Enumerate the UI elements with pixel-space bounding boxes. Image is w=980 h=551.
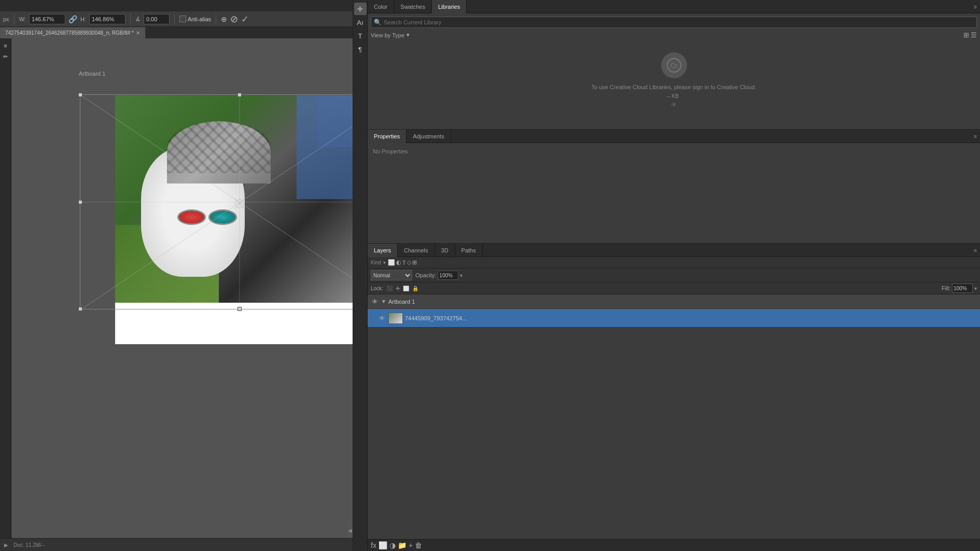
- fill-arrow[interactable]: ▾: [974, 286, 977, 291]
- opacity-input[interactable]: [438, 271, 458, 280]
- lock-pixels-icon[interactable]: ⬛: [386, 286, 393, 291]
- add-group-btn[interactable]: 📁: [398, 541, 407, 549]
- tool-text[interactable]: T: [354, 30, 367, 42]
- artboard1-chevron[interactable]: ▼: [381, 299, 386, 304]
- canvas-tool-2[interactable]: ✏: [1, 51, 11, 62]
- add-layer-btn[interactable]: +: [409, 541, 413, 549]
- tab-3d[interactable]: 3D: [435, 244, 455, 257]
- tool-artboard[interactable]: Aı: [354, 16, 367, 29]
- bottom-panels: Layers Channels 3D Paths ≡ Kind ▾: [368, 244, 980, 551]
- clone-icon[interactable]: ⊕: [221, 15, 227, 23]
- kind-pixel-icon[interactable]: ⬜: [388, 259, 395, 266]
- anti-alias-label[interactable]: Anti-alias: [179, 16, 211, 22]
- file-tab-name: 7427540391744_26462687785889930048_n, RG…: [5, 30, 134, 36]
- mid-panel-options-btn[interactable]: ≡: [971, 133, 980, 139]
- glass-right: [208, 209, 237, 225]
- panel-options-btn[interactable]: ≡: [971, 4, 980, 10]
- canvas-tool-1[interactable]: ≡: [1, 40, 11, 51]
- tab-channels[interactable]: Channels: [398, 244, 435, 257]
- list-view-btn[interactable]: ☰: [971, 31, 977, 39]
- blend-mode-select[interactable]: Normal: [371, 270, 412, 280]
- opacity-label: Opacity:: [415, 272, 436, 278]
- options-sep-2: [130, 14, 131, 24]
- layers-kind-icons: ⬜ ◐ T ◇ ⊞: [388, 259, 417, 266]
- width-input[interactable]: [29, 14, 65, 24]
- anti-alias-checkbox[interactable]: [179, 16, 186, 22]
- layers-panel: Kind ▾ ⬜ ◐ T ◇ ⊞ Normal: [368, 257, 980, 551]
- dog-layer-vis-icon[interactable]: 👁: [378, 314, 386, 322]
- handle-mid-left[interactable]: [78, 200, 82, 204]
- tool-move[interactable]: ✛: [354, 3, 367, 15]
- panel-collapse-btn[interactable]: ◀: [347, 522, 353, 538]
- angle-input[interactable]: [144, 14, 170, 24]
- kind-adjust-icon[interactable]: ◐: [396, 259, 401, 266]
- tab-adjustments[interactable]: Adjustments: [407, 130, 451, 143]
- glass-left: [177, 209, 206, 225]
- handle-top-left[interactable]: [78, 93, 82, 97]
- tab-libraries[interactable]: Libraries: [432, 0, 467, 13]
- tab-paths[interactable]: Paths: [455, 244, 483, 257]
- file-tab[interactable]: 7427540391744_26462687785889930048_n, RG…: [0, 27, 146, 38]
- library-search-wrap: 🔍: [371, 17, 977, 28]
- link-icon[interactable]: 🔗: [68, 15, 77, 23]
- lock-position-icon[interactable]: ✛: [396, 286, 400, 291]
- kind-shape-icon[interactable]: ◇: [407, 259, 411, 266]
- options-sep-3: [174, 14, 175, 24]
- libraries-panel: 🔍 View by Type ▾ ⊞ ☰: [368, 13, 980, 129]
- opacity-arrow[interactable]: ▾: [460, 273, 463, 278]
- no-properties-label: No Properties: [373, 148, 975, 154]
- confirm-transform-icon[interactable]: ✓: [241, 13, 249, 25]
- dog-photo-inner: [115, 95, 353, 303]
- panel-tabs-top: Color Swatches Libraries ≡: [368, 0, 980, 13]
- filter-kind-arrow: ▾: [383, 260, 386, 265]
- lock-all-icon[interactable]: 🔒: [412, 286, 418, 291]
- layer-item-dog[interactable]: 👁 74445909_793742754...: [368, 309, 980, 328]
- tool-paragraph[interactable]: ¶: [354, 43, 367, 55]
- panel-tabs-mid: Properties Adjustments ≡: [368, 130, 980, 143]
- properties-panel: No Properties: [368, 143, 980, 243]
- tab-bar: 7427540391744_26462687785889930048_n, RG…: [0, 27, 353, 38]
- lock-row: Lock: ⬛ ✛ ⬜ 🔒 Fill: ▾: [368, 282, 980, 294]
- file-tab-close[interactable]: ✕: [136, 30, 140, 36]
- cc-description: To use Creative Cloud Libraries, please …: [592, 83, 757, 91]
- add-style-btn[interactable]: fx: [371, 541, 376, 549]
- view-icon-group: ⊞ ☰: [963, 31, 977, 39]
- library-search-input[interactable]: [371, 17, 977, 28]
- status-expand[interactable]: ▶: [4, 542, 8, 548]
- grid-view-btn[interactable]: ⊞: [963, 31, 969, 39]
- add-mask-btn[interactable]: ⬜: [379, 541, 387, 549]
- canvas-area[interactable]: Artboard 1: [11, 38, 353, 538]
- layers-filter-toolbar: Kind ▾ ⬜ ◐ T ◇ ⊞: [368, 257, 980, 269]
- handle-bot-left[interactable]: [78, 307, 82, 311]
- lock-label: Lock:: [371, 286, 383, 291]
- tab-layers[interactable]: Layers: [368, 244, 398, 257]
- dog-thumb-inner: [389, 313, 402, 323]
- options-sep-4: [216, 14, 216, 24]
- kind-text-icon[interactable]: T: [402, 260, 406, 266]
- kind-smart-icon[interactable]: ⊞: [412, 259, 417, 266]
- fill-row: Fill: ▾: [942, 284, 977, 293]
- add-adjustment-btn[interactable]: ◑: [389, 541, 396, 549]
- artboard-label: Artboard 1: [79, 70, 105, 77]
- dog-photo: [115, 95, 353, 303]
- bot-panel-options-btn[interactable]: ≡: [971, 247, 980, 253]
- lock-artboard-icon[interactable]: ⬜: [403, 286, 409, 291]
- layers-list: 👁 ▼ Artboard 1 👁 74445909_793742754...: [368, 294, 980, 539]
- layer-group-artboard1[interactable]: 👁 ▼ Artboard 1: [368, 294, 980, 309]
- tab-properties[interactable]: Properties: [368, 130, 407, 143]
- view-type-selector[interactable]: View by Type ▾: [371, 32, 410, 38]
- panel-tabs-bot: Layers Channels 3D Paths ≡: [368, 244, 980, 257]
- artboard1-vis-icon[interactable]: 👁: [371, 298, 379, 306]
- photo-blue-cloth: [297, 95, 353, 199]
- delete-layer-btn[interactable]: 🗑: [415, 541, 422, 549]
- eye-icon: 👁: [671, 101, 677, 108]
- fill-input[interactable]: [952, 284, 973, 293]
- tab-color[interactable]: Color: [368, 0, 394, 13]
- library-search-icon: 🔍: [374, 19, 382, 26]
- cancel-transform-icon[interactable]: ⊘: [230, 13, 238, 25]
- cc-logo-svg: Cc: [666, 58, 682, 73]
- tab-swatches[interactable]: Swatches: [394, 0, 432, 13]
- fill-label: Fill:: [942, 285, 950, 291]
- height-input[interactable]: [89, 14, 125, 24]
- artboard-container: Artboard 1: [79, 80, 353, 370]
